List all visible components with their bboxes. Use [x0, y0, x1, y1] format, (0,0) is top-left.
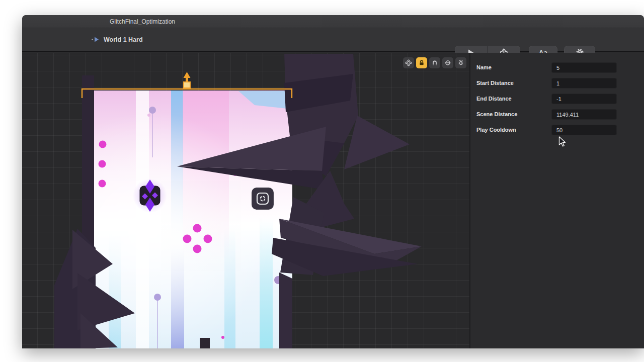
tool-physics-button[interactable] [455, 57, 466, 68]
scene-right-wall[interactable] [279, 273, 292, 348]
scene-art-layer [22, 53, 469, 348]
editor-window: GlitchFinal_Optimization World 1 Hard [22, 15, 644, 348]
selection-arrow[interactable] [184, 72, 191, 78]
magnet-icon [431, 59, 438, 66]
field-label: Start Distance [476, 78, 514, 88]
content-area: Name Start Distance End Distance Scene D… [22, 53, 644, 348]
window-title: GlitchFinal_Optimization [109, 15, 176, 28]
scene-breadcrumb-icon [92, 36, 99, 43]
link-icon [444, 59, 451, 66]
field-label: Scene Distance [476, 109, 517, 120]
bg-blue-patch [238, 91, 292, 109]
breadcrumb-label: World 1 Hard [104, 36, 143, 43]
tool-link-button[interactable] [442, 57, 453, 68]
inspector-row: Play Cooldown [470, 125, 644, 135]
obstacle-spikes-bottom-left[interactable] [54, 229, 135, 348]
breadcrumb[interactable]: World 1 Hard [92, 28, 143, 51]
collectible-node[interactable] [252, 188, 274, 210]
scene-distance-field[interactable] [551, 109, 617, 120]
bottom-pillar[interactable] [200, 338, 210, 348]
start-distance-field[interactable] [551, 78, 617, 88]
inspector-row: Name [470, 62, 644, 73]
name-field[interactable] [551, 62, 617, 73]
field-label: Play Cooldown [476, 125, 516, 135]
scene-canvas[interactable] [22, 53, 469, 348]
selection-arrow-stem [186, 78, 188, 81]
player-node[interactable] [133, 178, 167, 213]
inspector-panel: Name Start Distance End Distance Scene D… [470, 53, 644, 348]
inspector-row: Start Distance [470, 78, 644, 88]
toolbar: World 1 Hard Aa [22, 28, 644, 52]
tool-nodes-button[interactable] [403, 57, 414, 68]
pin-decorations[interactable] [149, 107, 282, 348]
tool-lock-button[interactable] [416, 57, 427, 68]
speck-decorations [147, 114, 237, 339]
obstacle-spikes-top-right[interactable] [177, 54, 422, 276]
physics-icon [457, 59, 464, 66]
inspector-row: Scene Distance [470, 109, 644, 120]
inspector-row: End Distance [470, 94, 644, 104]
lock-icon [418, 59, 425, 66]
end-distance-field[interactable] [551, 94, 617, 104]
nodes-icon [405, 59, 412, 66]
tool-magnet-button[interactable] [429, 57, 440, 68]
play-cooldown-field[interactable] [551, 125, 617, 135]
field-label: Name [476, 62, 492, 73]
canvas-toolbar [403, 57, 466, 68]
field-label: End Distance [476, 94, 512, 104]
selection-handle[interactable] [184, 82, 190, 88]
title-bar[interactable]: GlitchFinal_Optimization [22, 15, 644, 28]
